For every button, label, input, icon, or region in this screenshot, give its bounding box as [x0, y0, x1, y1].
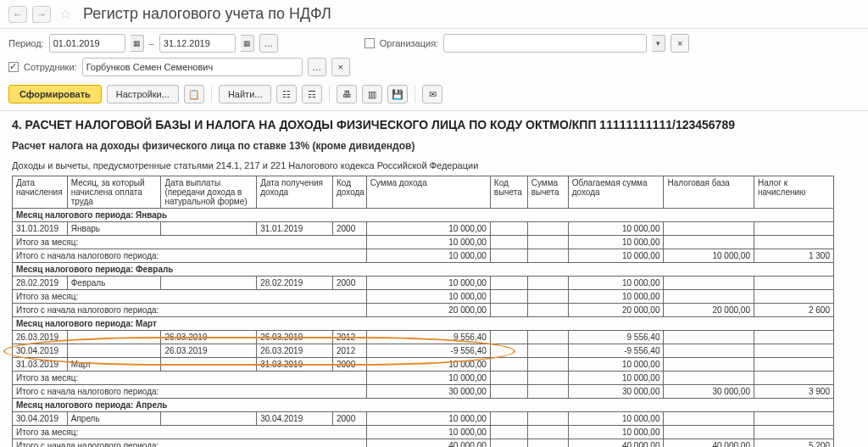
table-row: Итого за месяц:10 000,0010 000,00 [13, 236, 834, 249]
email-icon[interactable]: ✉ [422, 85, 442, 103]
table-row: 30.04.201926.03.201926.03.20192012-9 556… [13, 344, 834, 358]
favorite-star-icon[interactable]: ☆ [59, 6, 71, 22]
table-row: Месяц налогового периода: Апрель [13, 399, 834, 412]
col-header: Облагаемая сумма дохода [568, 176, 664, 209]
emp-more-button[interactable]: … [308, 58, 326, 76]
table-row: Итого с начала налогового периода:10 000… [13, 249, 834, 263]
org-clear-button[interactable]: × [670, 34, 689, 53]
nav-back-button[interactable]: ← [8, 6, 27, 23]
print-icon[interactable]: 🖶 [337, 85, 357, 103]
page-title: Регистр налогового учета по НДФЛ [83, 5, 331, 23]
report-note: Доходы и вычеты, предусмотренные статьям… [12, 160, 856, 170]
emp-checkbox[interactable] [8, 62, 19, 72]
table-row: Итого за месяц:10 000,0010 000,00 [13, 290, 834, 304]
table-row: 31.01.2019Январь31.01.2019200010 000,001… [13, 222, 834, 236]
period-label: Период: [8, 38, 44, 48]
date-from-picker-icon[interactable]: ▦ [131, 35, 144, 52]
table-row: Итого за месяц:10 000,0010 000,00 [13, 372, 834, 385]
col-header: Сумма вычета [527, 176, 568, 209]
org-label: Организация: [380, 38, 438, 48]
toolbar-sep2 [329, 86, 330, 103]
preview-icon[interactable]: ▥ [362, 85, 382, 103]
period-dash: – [149, 38, 154, 48]
col-header: Дата выплаты (передачи дохода в натураль… [161, 176, 257, 209]
period-more-button[interactable]: … [259, 34, 278, 53]
emp-input[interactable]: Горбунков Семен Семенович [82, 58, 303, 76]
date-to-input[interactable]: 31.12.2019 [159, 34, 236, 53]
nav-forward-button[interactable]: → [32, 6, 51, 23]
col-header: Налоговая база [664, 176, 754, 209]
col-header: Сумма дохода [366, 176, 490, 209]
report-subtitle: Расчет налога на доходы физического лица… [12, 140, 856, 152]
date-from-input[interactable]: 01.01.2019 [49, 34, 125, 53]
table-row: Месяц налогового периода: Март [13, 317, 834, 331]
table-row: 30.04.2019Апрель30.04.2019200010 000,001… [13, 412, 834, 426]
table-row: Итого с начала налогового периода:20 000… [13, 304, 834, 317]
table-row: Итого с начала налогового периода:40 000… [13, 439, 834, 448]
org-dropdown-icon[interactable]: ▾ [652, 35, 665, 52]
org-checkbox[interactable] [364, 38, 375, 48]
copy-icon[interactable]: 📋 [184, 85, 204, 103]
table-row: Месяц налогового периода: Февраль [13, 263, 834, 277]
report-area: 4. РАСЧЕТ НАЛОГОВОЙ БАЗЫ И НАЛОГА НА ДОХ… [0, 111, 868, 447]
org-input[interactable] [443, 34, 647, 53]
col-header: Код дохода [332, 176, 366, 209]
col-header: Дата начисления [13, 176, 68, 209]
table-row: 26.03.201926.03.201926.03.201920129 556,… [13, 331, 834, 344]
form-button[interactable]: Сформировать [8, 85, 102, 103]
date-to-picker-icon[interactable]: ▦ [241, 35, 254, 52]
col-header: Налог к начислению [754, 176, 833, 209]
report-title: 4. РАСЧЕТ НАЛОГОВОЙ БАЗЫ И НАЛОГА НА ДОХ… [12, 118, 856, 131]
col-header: Код вычета [490, 176, 527, 209]
table-row: Месяц налогового периода: Январь [13, 209, 834, 222]
emp-label: Сотрудники: [24, 62, 77, 72]
col-header: Месяц, за который начислена оплата труда [67, 176, 161, 209]
table-row: 31.03.2019Март31.03.2019200010 000,0010 … [13, 358, 834, 372]
find-button[interactable]: Найти... [219, 85, 272, 103]
table-row: Итого за месяц:10 000,0010 000,00 [13, 426, 834, 439]
table-row: Итого с начала налогового периода:30 000… [13, 385, 834, 399]
collapse-groups-icon[interactable]: ☶ [302, 85, 322, 103]
toolbar-sep3 [415, 86, 415, 103]
settings-button[interactable]: Настройки... [107, 85, 179, 103]
toolbar-sep [211, 86, 212, 103]
col-header: Дата получения дохода [257, 176, 333, 209]
save-icon[interactable]: 💾 [387, 85, 408, 103]
emp-clear-button[interactable]: × [331, 58, 350, 76]
expand-groups-icon[interactable]: ☷ [276, 85, 297, 103]
table-row: 28.02.2019Февраль28.02.2019200010 000,00… [13, 277, 834, 290]
report-table: Дата начисленияМесяц, за который начисле… [12, 176, 834, 447]
